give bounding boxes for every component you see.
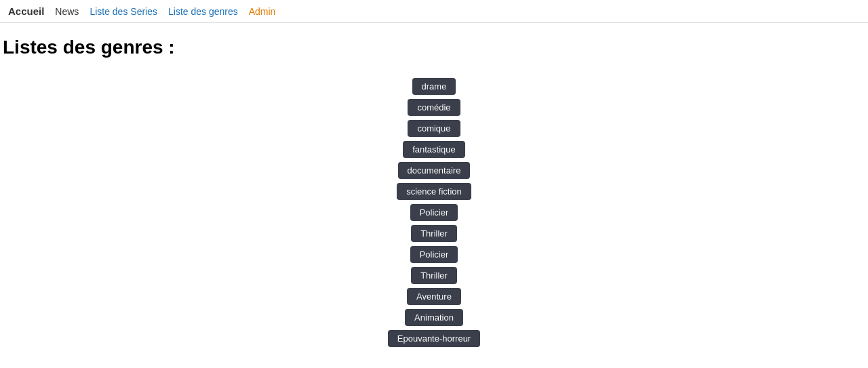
- genre-badge[interactable]: Aventure: [407, 288, 461, 305]
- genre-badge[interactable]: Thriller: [411, 225, 457, 242]
- genre-badge[interactable]: fantastique: [403, 141, 465, 158]
- nav-brand[interactable]: Accueil: [8, 5, 44, 17]
- nav-link-news[interactable]: News: [55, 6, 79, 17]
- genre-badge[interactable]: comique: [408, 120, 460, 137]
- genre-badge[interactable]: comédie: [408, 99, 460, 116]
- genre-badge[interactable]: documentaire: [398, 162, 471, 179]
- genres-list: dramecomédiecomiquefantastiquedocumentai…: [0, 69, 868, 356]
- genre-badge[interactable]: Policier: [410, 204, 458, 221]
- main-nav: Accueil News Liste des Series Liste des …: [0, 0, 868, 23]
- nav-link-admin[interactable]: Admin: [249, 6, 276, 17]
- nav-link-genres[interactable]: Liste des genres: [168, 6, 238, 17]
- page-title: Listes des genres :: [0, 23, 868, 69]
- genre-badge[interactable]: Policier: [410, 246, 458, 263]
- genre-badge[interactable]: Thriller: [411, 267, 457, 284]
- genre-badge[interactable]: science fiction: [397, 183, 471, 200]
- genre-badge[interactable]: Epouvante-horreur: [388, 330, 480, 347]
- nav-link-series[interactable]: Liste des Series: [90, 6, 157, 17]
- genre-badge[interactable]: Animation: [405, 309, 463, 326]
- genre-badge[interactable]: drame: [412, 78, 456, 95]
